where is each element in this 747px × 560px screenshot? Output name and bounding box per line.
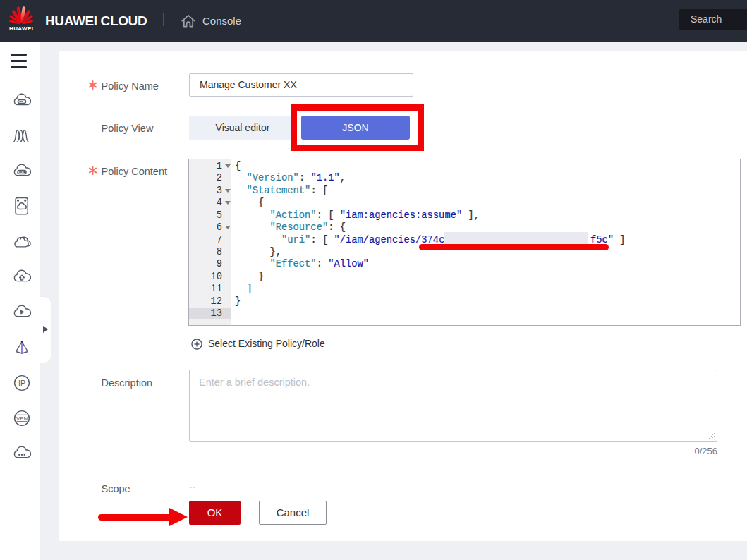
svg-text:VPN: VPN: [16, 415, 28, 422]
svg-text:IP: IP: [18, 379, 25, 387]
